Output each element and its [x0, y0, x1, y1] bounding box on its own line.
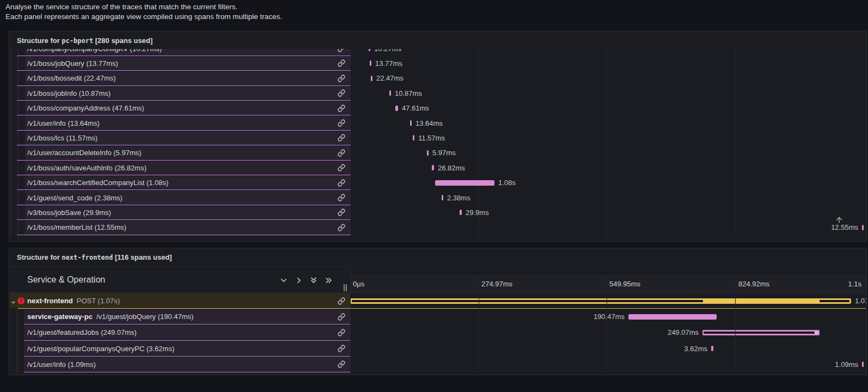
- span-row[interactable]: /v3/boss/jobSave (29.9ms)29.9ms: [9, 205, 866, 220]
- link-icon[interactable]: [338, 297, 345, 305]
- column-resize-handle[interactable]: [343, 284, 348, 291]
- span-list-next-frontend: !next-frontendPOST (1.07s)1.07sservice-g…: [9, 293, 866, 373]
- span-row[interactable]: /v1/guest/send_code (2.38ms)2.38ms: [9, 190, 866, 205]
- service-name: service-gateway-pc: [27, 313, 93, 321]
- link-icon[interactable]: [338, 313, 345, 321]
- link-icon[interactable]: [338, 149, 345, 157]
- link-icon[interactable]: [338, 89, 345, 97]
- span-row[interactable]: /v1/guest/featuredJobs (249.07ms)249.07m…: [9, 324, 866, 340]
- gridline: [607, 275, 607, 373]
- duration-bar[interactable]: [711, 346, 713, 351]
- span-row[interactable]: /v1/guest/popularCompanysQueryPC (3.62ms…: [9, 341, 866, 357]
- panel1-service-name: pc-bport: [62, 37, 93, 45]
- link-icon[interactable]: [338, 105, 345, 112]
- bar-child-stripe: [352, 300, 703, 302]
- duration-bar[interactable]: [389, 90, 391, 96]
- link-icon[interactable]: [338, 224, 345, 231]
- link-icon[interactable]: [338, 134, 345, 142]
- axis-tick-label: 824.92ms: [738, 275, 769, 292]
- duration-label: 2.38ms: [447, 190, 470, 205]
- span-label: /v1/user/accountDeleteInfo (5.97ms): [27, 145, 142, 160]
- duration-label: 29.9ms: [466, 205, 489, 220]
- axis-tick-label: 274.97ms: [481, 275, 512, 292]
- link-icon[interactable]: [338, 194, 345, 201]
- duration-bar[interactable]: [370, 60, 371, 66]
- bar-child-stripe: [704, 332, 815, 334]
- duration-bar[interactable]: [460, 210, 462, 215]
- scroll-to-top-button[interactable]: [835, 216, 843, 224]
- duration-bar[interactable]: [862, 225, 864, 230]
- span-label: next-frontendPOST (1.07s): [27, 293, 120, 309]
- duration-bar[interactable]: [410, 120, 412, 126]
- span-row[interactable]: /v1/company/companyConfigKV (10.27ms)10.…: [9, 49, 866, 56]
- panel1-title: Structure for pc-bport [280 spans used]: [17, 36, 152, 45]
- duration-label: 3.62ms: [626, 341, 707, 357]
- span-row[interactable]: /v1/boss/jobQuery (13.77ms)13.77ms: [9, 56, 866, 71]
- span-row[interactable]: /v1/user/info (13.64ms)13.64ms: [9, 115, 866, 130]
- span-row[interactable]: /v1/boss/jobInfo (10.87ms)10.87ms: [9, 86, 866, 101]
- duration-bar[interactable]: [350, 298, 851, 304]
- duration-bar[interactable]: [413, 135, 414, 140]
- duration-label: 47.61ms: [402, 101, 429, 115]
- span-label: /v1/boss/companyAddress (47.61ms): [27, 101, 144, 115]
- span-row[interactable]: /v1/boss/memberList (12.55ms)12.55ms: [9, 220, 866, 235]
- span-list-pc-bport: /v1/company/companyConfigKV (10.27ms)10.…: [9, 49, 866, 238]
- span-label: /v1/boss/bossedit (22.47ms): [27, 71, 116, 85]
- duration-bar[interactable]: [628, 314, 717, 320]
- panel2-title: Structure for next-frontend [116 spans u…: [17, 253, 172, 261]
- span-row[interactable]: /v1/boss/lcs (11.57ms)11.57ms: [9, 131, 866, 145]
- link-icon[interactable]: [338, 59, 345, 67]
- duration-label: 12.55ms: [777, 220, 858, 235]
- span-row[interactable]: service-gateway-pc/v1/guest/jobQuery (19…: [9, 309, 866, 324]
- duration-label: 1.09ms: [777, 357, 858, 372]
- chevron-down-icon[interactable]: [10, 298, 18, 308]
- span-row[interactable]: /v1/boss/auth/saveAuthInfo (26.82ms)26.8…: [9, 161, 866, 175]
- angle-double-down-icon[interactable]: [309, 276, 318, 285]
- operation-name: /v1/guest/jobQuery (190.47ms): [96, 313, 193, 321]
- link-icon[interactable]: [338, 164, 345, 171]
- service-operation-header: Service & Operation: [9, 266, 351, 293]
- span-row[interactable]: !next-frontendPOST (1.07s)1.07s: [9, 293, 866, 309]
- angle-right-icon[interactable]: [295, 276, 303, 285]
- span-label: /v1/guest/send_code (2.38ms): [27, 190, 123, 205]
- link-icon[interactable]: [338, 345, 345, 352]
- duration-bar[interactable]: [435, 180, 494, 186]
- span-row[interactable]: /v1/boss/searchCertifiedCompanyList (1.0…: [9, 175, 866, 190]
- span-row[interactable]: /v1/boss/companyAddress (47.61ms)47.61ms: [9, 101, 866, 115]
- duration-bar[interactable]: [371, 76, 372, 81]
- duration-bar[interactable]: [862, 362, 864, 367]
- duration-label: 249.07ms: [617, 324, 699, 340]
- span-label: /v1/guest/featuredJobs (249.07ms): [27, 324, 137, 340]
- link-icon[interactable]: [338, 329, 345, 336]
- span-row[interactable]: /v1/boss/bossedit (22.47ms)22.47ms: [9, 71, 866, 85]
- duration-bar[interactable]: [427, 150, 429, 156]
- trace-structure-page: { "description": { "line1": "Analyse the…: [0, 0, 868, 392]
- link-icon[interactable]: [338, 49, 345, 52]
- span-label: /v1/company/companyConfigKV (10.27ms): [27, 49, 162, 56]
- span-label: /v1/boss/auth/saveAuthInfo (26.82ms): [27, 161, 146, 175]
- span-row[interactable]: /v1/user/accountDeleteInfo (5.97ms)5.97m…: [9, 145, 866, 160]
- angle-double-right-icon[interactable]: [325, 276, 333, 285]
- duration-label: 10.27ms: [374, 49, 401, 56]
- duration-bar[interactable]: [432, 165, 434, 170]
- description-line-2: Each panel represents an aggregate view …: [5, 13, 282, 21]
- panel-structure-next-frontend: Structure for next-frontend [116 spans u…: [9, 248, 867, 375]
- duration-label: 13.77ms: [375, 56, 402, 71]
- span-row[interactable]: /v1/user/info (1.09ms)1.09ms: [9, 357, 866, 372]
- span-label: /v1/user/info (13.64ms): [27, 115, 100, 130]
- link-icon[interactable]: [338, 75, 345, 82]
- duration-bar[interactable]: [702, 330, 820, 335]
- duration-bar[interactable]: [442, 195, 443, 200]
- duration-bar[interactable]: [369, 49, 370, 51]
- span-label: /v1/user/info (1.09ms): [27, 357, 96, 372]
- link-icon[interactable]: [338, 179, 345, 187]
- link-icon[interactable]: [338, 360, 345, 368]
- link-icon[interactable]: [338, 209, 345, 216]
- service-name: next-frontend: [27, 297, 73, 305]
- duration-bar[interactable]: [395, 106, 398, 111]
- span-label: /v3/boss/jobSave (29.9ms): [27, 205, 111, 220]
- panel2-service-name: next-frontend: [62, 254, 113, 261]
- angle-down-icon[interactable]: [279, 276, 288, 285]
- duration-label: 11.57ms: [418, 131, 445, 145]
- link-icon[interactable]: [338, 119, 345, 127]
